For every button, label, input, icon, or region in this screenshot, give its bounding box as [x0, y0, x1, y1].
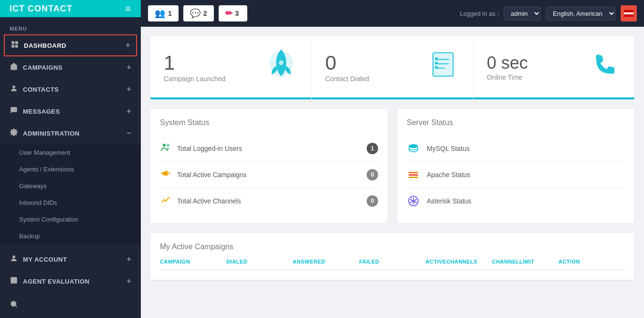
messages-plus[interactable]: +	[127, 107, 131, 116]
svg-rect-25	[435, 66, 438, 69]
campaigns-label: CAMPAIGNS	[23, 64, 63, 71]
hamburger-icon[interactable]: ≡	[125, 3, 131, 14]
campaigns-table-header: CAMPAIGN DIALED ANSWERED FAILED ACTIVECH…	[160, 259, 625, 270]
messages-icon	[10, 106, 18, 117]
flag-icon[interactable]	[621, 5, 637, 21]
dashboard-icon	[11, 40, 19, 51]
mysql-icon	[407, 142, 420, 155]
active-channels-label: Total Active Channels	[177, 197, 367, 205]
my-account-plus[interactable]: +	[127, 255, 131, 264]
sidebar-sub-backup[interactable]: Backup	[0, 228, 141, 244]
status-row-logged-users: Total Logged-in Users 1	[160, 136, 378, 162]
svg-rect-2	[11, 45, 14, 48]
tab2-number: 2	[203, 10, 207, 17]
page-content: 1 Campaign Launched 0	[141, 27, 644, 318]
stat-dialed-text: 0 Contact Dialed	[325, 53, 369, 83]
stats-row: 1 Campaign Launched 0	[150, 36, 634, 99]
logged-users-badge: 1	[367, 143, 378, 154]
stat-campaign-text: 1 Campaign Launched	[164, 53, 225, 83]
user-select[interactable]: admin	[504, 7, 541, 21]
sidebar-brand: ICT CONTACT ≡	[0, 0, 141, 17]
svg-point-11	[11, 301, 16, 307]
campaigns-icon	[10, 62, 18, 73]
contacts-plus[interactable]: +	[127, 85, 131, 94]
campaigns-plus[interactable]: +	[127, 63, 131, 72]
svg-point-6	[12, 255, 15, 258]
sidebar-item-contacts[interactable]: CONTACTS +	[0, 78, 141, 100]
sidebar-item-my-account[interactable]: MY ACCOUNT +	[0, 248, 141, 270]
svg-rect-1	[15, 41, 18, 44]
nav-tab-2[interactable]: 💬 2	[183, 5, 214, 21]
svg-rect-3	[15, 45, 18, 48]
svg-point-17	[279, 61, 284, 65]
server-status-panel: Server Status MySQL Status	[397, 109, 634, 223]
my-account-label: MY ACCOUNT	[23, 256, 67, 263]
tab1-number: 1	[168, 10, 172, 17]
apache-label: Apache Status	[427, 171, 470, 179]
sidebar-sub-inbound-dids[interactable]: Inbound DIDs	[0, 194, 141, 211]
svg-rect-0	[11, 41, 14, 44]
logged-in-label: Logged in as :	[460, 10, 499, 17]
active-campaigns-label: Total Active Campaigns	[177, 171, 367, 179]
svg-line-12	[15, 306, 17, 307]
active-campaigns-section: My Active Campaigns CAMPAIGN DIALED ANSW…	[150, 233, 634, 280]
server-row-mysql: MySQL Status	[407, 136, 625, 162]
asterisk-label: Asterisk Status	[427, 197, 471, 205]
svg-point-29	[168, 172, 170, 175]
agent-evaluation-label: AGENT EVALUATION	[23, 278, 90, 285]
stat-campaign-launched: 1 Campaign Launched	[150, 36, 312, 99]
dashboard-plus[interactable]: +	[126, 41, 130, 50]
nav-tab-1[interactable]: 👥 1	[148, 5, 179, 21]
col-failed: FAILED	[359, 259, 425, 265]
svg-point-26	[163, 144, 166, 147]
search-icon	[10, 300, 18, 308]
col-dialed: DIALED	[226, 259, 293, 265]
active-channels-badge: 0	[367, 195, 378, 207]
main-content: 👥 1 💬 2 ✏ 3 Logged in as : admin English…	[141, 0, 644, 318]
col-action: ACTION	[559, 259, 625, 265]
svg-point-4	[12, 85, 15, 88]
phone-icon	[588, 48, 621, 88]
administration-label: ADMINISTRATION	[23, 130, 80, 137]
tab1-icon: 👥	[155, 8, 165, 19]
logged-users-label: Total Logged-in Users	[177, 145, 367, 152]
rocket-icon	[264, 48, 298, 88]
sidebar-item-campaigns[interactable]: CAMPAIGNS +	[0, 56, 141, 78]
language-select[interactable]: English, American	[546, 7, 616, 21]
megaphone-status-icon	[160, 168, 171, 182]
sidebar-item-agent-evaluation[interactable]: AGENT EVALUATION +	[0, 270, 141, 292]
tab3-icon: ✏	[225, 8, 232, 19]
sidebar-sub-user-management[interactable]: User Management	[0, 144, 141, 161]
sidebar-sub-agents-extensions[interactable]: Agents / Extensions	[0, 161, 141, 178]
agent-evaluation-icon	[10, 276, 18, 286]
col-answered: ANSWERED	[293, 259, 359, 265]
sidebar-item-administration[interactable]: ADMINISTRATION −	[0, 122, 141, 144]
server-row-asterisk: Asterisk Status	[407, 188, 625, 214]
server-row-apache: Apache Status	[407, 162, 625, 188]
active-campaigns-title: My Active Campaigns	[160, 243, 625, 251]
mysql-label: MySQL Status	[427, 145, 470, 152]
col-activechannels: ACTIVECHANNELS	[426, 259, 492, 265]
agent-evaluation-plus[interactable]: +	[127, 277, 131, 286]
navbar-right: Logged in as : admin English, American	[460, 5, 637, 21]
col-channellimit: CHANNELLIMIT	[492, 259, 559, 265]
sidebar-item-messages[interactable]: MESSAGES +	[0, 100, 141, 122]
asterisk-icon	[407, 195, 420, 207]
nav-tab-3[interactable]: ✏ 3	[219, 5, 247, 21]
sidebar: ICT CONTACT ≡ MENU DASHBOARD + CAMPAIGNS…	[0, 0, 141, 318]
sidebar-item-dashboard[interactable]: DASHBOARD +	[4, 34, 137, 56]
stat-online-label: Online Time	[487, 74, 528, 81]
svg-rect-31	[409, 172, 418, 173]
sidebar-sub-gateways[interactable]: Gateways	[0, 178, 141, 194]
svg-rect-23	[435, 57, 438, 60]
administration-submenu: User Management Agents / Extensions Gate…	[0, 144, 141, 244]
status-row-active-campaigns: Total Active Campaigns 0	[160, 162, 378, 188]
messages-label: MESSAGES	[23, 108, 60, 115]
sidebar-sub-system-configuration[interactable]: System Configuration	[0, 211, 141, 228]
administration-minus[interactable]: −	[127, 129, 131, 138]
stat-contact-dialed: 0 Contact Dialed	[312, 36, 473, 99]
tab3-number: 3	[235, 10, 239, 17]
administration-icon	[10, 128, 18, 138]
stat-dialed-number: 0	[325, 53, 369, 73]
top-navbar: 👥 1 💬 2 ✏ 3 Logged in as : admin English…	[141, 0, 644, 27]
